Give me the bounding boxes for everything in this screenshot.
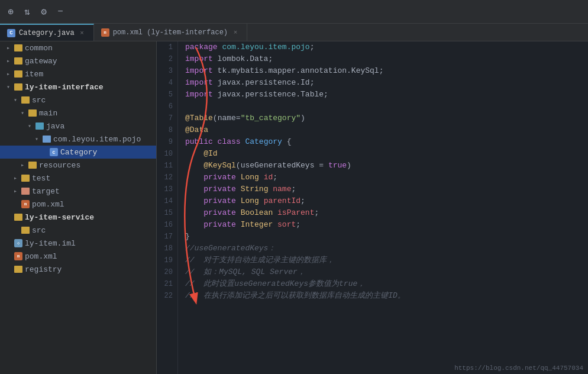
sidebar-item-pom.xml-root[interactable]: m pom.xml bbox=[0, 250, 156, 263]
folder-icon bbox=[14, 266, 22, 273]
token-var-name: name bbox=[273, 185, 291, 194]
code-line: // 对于支持自动生成记录主键的数据库， bbox=[185, 254, 581, 266]
token-plain: ; bbox=[314, 208, 319, 217]
sidebar-item-target[interactable]: ▸ target bbox=[0, 185, 156, 198]
token-comment: // 在执行添加记录之后可以获取到数据库自动生成的主键ID。 bbox=[185, 291, 405, 300]
sidebar-item-ly-item.iml[interactable]: ◇ ly-item.iml bbox=[0, 237, 156, 250]
token-plain bbox=[185, 196, 203, 205]
line-number: 2 bbox=[161, 53, 173, 65]
tree-item-label: resources bbox=[39, 161, 80, 170]
code-line: } bbox=[185, 231, 581, 243]
code-line: private Integer sort; bbox=[185, 219, 581, 231]
token-var-name: parentId bbox=[264, 196, 301, 205]
token-kw: class bbox=[218, 137, 245, 146]
sidebar-item-resources[interactable]: ▸ resources bbox=[0, 159, 156, 172]
tree-item-label: ly-item-service bbox=[25, 213, 94, 222]
sidebar-item-Category[interactable]: C Category bbox=[0, 146, 156, 159]
toolbar-icon-settings[interactable]: ⚙ bbox=[38, 6, 50, 18]
tab-close-button[interactable]: × bbox=[231, 28, 240, 37]
line-number: 1 bbox=[161, 41, 173, 53]
line-number: 21 bbox=[161, 278, 173, 290]
token-plain: } bbox=[185, 232, 190, 241]
token-plain: ) bbox=[301, 114, 305, 122]
token-annotation: @Data bbox=[185, 125, 208, 134]
token-kw: private bbox=[203, 185, 240, 194]
tree-item-label: pom.xml bbox=[25, 252, 57, 261]
line-number: 9 bbox=[161, 136, 173, 148]
sidebar-item-pom.xml-interface[interactable]: m pom.xml bbox=[0, 198, 156, 211]
code-line: @KeySql(useGeneratedKeys = true) bbox=[185, 160, 581, 172]
code-line: package com.leyou.item.pojo; bbox=[185, 41, 581, 53]
tab-tab-category-java[interactable]: CCategory.java× bbox=[0, 24, 94, 41]
sidebar-item-com.leyou.item.pojo[interactable]: ▾ com.leyou.item.pojo bbox=[0, 133, 156, 146]
code-line: // 在执行添加记录之后可以获取到数据库自动生成的主键ID。 bbox=[185, 290, 581, 302]
token-plain bbox=[185, 208, 203, 217]
folder-icon bbox=[28, 162, 37, 169]
line-number: 15 bbox=[161, 207, 173, 219]
line-number: 16 bbox=[161, 219, 173, 231]
xml-file-icon: m bbox=[101, 28, 109, 37]
token-kw: package bbox=[185, 43, 222, 51]
tree-arrow: ▾ bbox=[33, 136, 40, 143]
java-icon: C bbox=[50, 148, 58, 156]
tree-item-label: pom.xml bbox=[32, 200, 64, 209]
toolbar: ⊕ ⇅ ⚙ − bbox=[0, 0, 588, 24]
sidebar-item-registry[interactable]: registry bbox=[0, 263, 156, 276]
iml-icon: ◇ bbox=[14, 239, 22, 247]
code-line: private Long id; bbox=[185, 172, 581, 183]
token-class-name: Category bbox=[245, 137, 286, 146]
tree-item-label: common bbox=[25, 44, 53, 53]
line-number: 3 bbox=[161, 65, 173, 77]
sidebar-item-main[interactable]: ▾ main bbox=[0, 107, 156, 120]
tree-arrow: ▸ bbox=[5, 57, 12, 65]
token-plain: ; bbox=[291, 185, 296, 194]
tree-arrow: ▾ bbox=[26, 122, 33, 130]
folder-icon bbox=[21, 227, 30, 234]
token-var-name: id bbox=[264, 173, 273, 182]
toolbar-icon-add[interactable]: ⊕ bbox=[5, 6, 17, 18]
token-comment: //useGeneratedKeys： bbox=[185, 244, 276, 253]
toolbar-icon-minimize[interactable]: − bbox=[54, 6, 66, 18]
java-file-icon: C bbox=[7, 29, 15, 37]
code-line: @Id bbox=[185, 148, 581, 160]
tab-label: Category.java bbox=[19, 29, 75, 37]
sidebar-item-ly-item-service[interactable]: ly-item-service bbox=[0, 211, 156, 224]
toolbar-icon-sort[interactable]: ⇅ bbox=[21, 6, 33, 18]
token-kw-import: import bbox=[185, 78, 218, 87]
sidebar-item-src-service[interactable]: src bbox=[0, 224, 156, 237]
line-number: 12 bbox=[161, 172, 173, 183]
tree-item-label: ly-item.iml bbox=[25, 239, 76, 248]
token-plain: ( bbox=[213, 114, 218, 122]
sidebar-item-src[interactable]: ▾ src bbox=[0, 94, 156, 107]
token-plain bbox=[185, 173, 203, 182]
folder-icon bbox=[21, 96, 30, 104]
code-line: private Long parentId; bbox=[185, 195, 581, 207]
tab-bar: CCategory.java×mpom.xml (ly-item-interfa… bbox=[0, 24, 588, 41]
token-plain bbox=[185, 161, 203, 170]
code-line: // 如：MySQL, SQL Server， bbox=[185, 266, 581, 278]
tree-item-label: gateway bbox=[25, 57, 57, 66]
tree-arrow: ▸ bbox=[5, 44, 12, 51]
token-plain: useGeneratedKeys = bbox=[241, 161, 328, 170]
token-plain: tk.mybatis.mapper.annotation.KeySql; bbox=[218, 66, 384, 75]
sidebar-item-java[interactable]: ▾ java bbox=[0, 120, 156, 133]
sidebar-item-ly-item-interface[interactable]: ▾ ly-item-interface bbox=[0, 80, 156, 94]
sidebar-item-common[interactable]: ▸ common bbox=[0, 41, 156, 54]
folder-icon bbox=[14, 70, 22, 78]
sidebar-item-gateway[interactable]: ▸ gateway bbox=[0, 54, 156, 67]
tree-item-label: java bbox=[46, 122, 64, 131]
token-plain: ; bbox=[296, 220, 301, 229]
sidebar-item-item[interactable]: ▸ item bbox=[0, 67, 156, 80]
token-plain bbox=[185, 220, 203, 229]
line-number: 19 bbox=[161, 254, 173, 266]
code-line: import javax.persistence.Table; bbox=[185, 89, 581, 101]
tab-label: pom.xml (ly-item-interface) bbox=[113, 28, 228, 37]
token-plain: ; bbox=[301, 196, 305, 205]
tab-tab-pom-xml[interactable]: mpom.xml (ly-item-interface)× bbox=[94, 24, 247, 41]
sidebar-item-test[interactable]: ▸ test bbox=[0, 172, 156, 185]
token-kw-import: import bbox=[185, 90, 218, 99]
token-pkg: com.leyou.item.pojo bbox=[222, 43, 309, 51]
token-type: Boolean bbox=[241, 208, 277, 217]
tab-close-button[interactable]: × bbox=[78, 29, 86, 37]
editor[interactable]: 12345678910111213141516171819202122 pack… bbox=[157, 41, 588, 374]
